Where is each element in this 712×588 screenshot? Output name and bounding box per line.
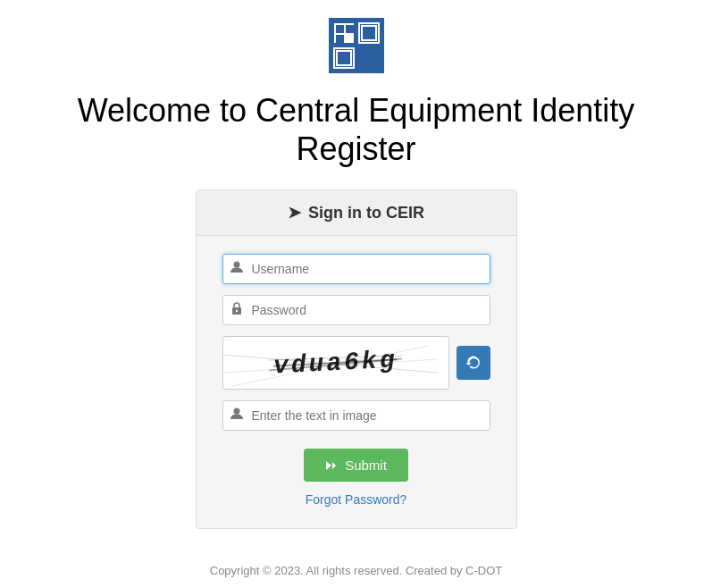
username-input[interactable] (222, 254, 490, 284)
svg-point-12 (233, 262, 239, 268)
captcha-input[interactable] (222, 400, 490, 431)
svg-point-18 (233, 408, 239, 415)
captcha-row: vdua6kg (222, 336, 490, 390)
ceir-logo-icon (329, 18, 384, 73)
signin-card: ➤ Sign in to CEIR (196, 189, 517, 529)
footer: Copyright © 2023. All rights reserved. C… (0, 564, 712, 577)
captcha-image: vdua6kg (222, 336, 449, 390)
svg-rect-8 (346, 25, 354, 33)
captcha-input-group (222, 400, 490, 431)
svg-point-14 (235, 310, 237, 312)
password-group (222, 295, 490, 325)
submit-button[interactable]: Submit (304, 449, 408, 482)
submit-label: Submit (345, 458, 387, 473)
refresh-captcha-button[interactable] (457, 346, 490, 380)
captcha-user-icon (230, 407, 244, 424)
logo-container (329, 18, 384, 77)
password-icon (230, 301, 244, 319)
svg-rect-11 (338, 52, 350, 64)
svg-rect-10 (363, 27, 375, 39)
refresh-icon (465, 355, 482, 371)
forgot-password-link[interactable]: Forgot Password? (306, 492, 407, 507)
signin-arrow-icon: ➤ (288, 203, 301, 223)
signin-header-label: Sign in to CEIR (308, 204, 424, 223)
submit-icon (325, 459, 338, 472)
user-icon (230, 260, 244, 278)
password-input[interactable] (222, 295, 490, 325)
svg-rect-7 (336, 25, 344, 33)
footer-text: Copyright © 2023. All rights reserved. C… (210, 564, 503, 577)
svg-rect-9 (336, 35, 344, 43)
username-group (222, 254, 490, 284)
page-title: Welcome to Central Equipment Identity Re… (44, 91, 669, 168)
signin-header: ➤ Sign in to CEIR (197, 190, 516, 236)
